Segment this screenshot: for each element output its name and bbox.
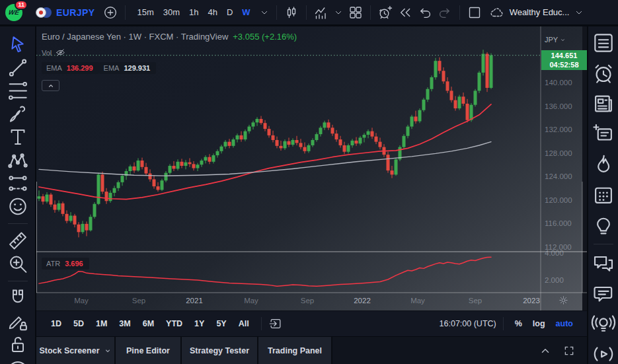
news-panel-button[interactable] [591,89,616,119]
range-button-5Y[interactable]: 5Y [211,316,231,331]
toolbar-divider [8,281,28,281]
ema-legend-row[interactable]: EMA136.299 [42,62,99,74]
drawing-lock-tool[interactable] [6,310,30,333]
range-button-1D[interactable]: 1D [46,316,67,331]
current-price-label: 144.651 04:52:58 [541,50,587,70]
range-button-6M[interactable]: 6M [137,316,159,331]
compare-add-icon[interactable] [102,5,118,20]
save-layout-icon[interactable] [467,5,483,20]
right-sidebar [587,26,618,364]
interval-button-4h[interactable]: 4h [203,5,221,20]
ema-value: 129.931 [124,64,150,72]
toolbar-divider [8,223,28,224]
tab-stock-screener[interactable]: Stock Screener [36,337,116,364]
indicators-icon[interactable] [313,5,329,20]
alerts-panel-button[interactable] [591,58,616,89]
bar-replay-icon[interactable] [397,5,413,20]
range-button-3M[interactable]: 3M [114,316,135,331]
user-avatar[interactable]: WE 11 [5,4,22,21]
interval-button-D[interactable]: D [222,5,237,20]
svg-text:136.000: 136.000 [545,102,572,110]
svg-text:May: May [244,297,258,305]
currency-pair-icon [36,7,52,18]
range-button-All[interactable]: All [233,316,254,331]
trend-line-tool[interactable] [6,56,30,79]
cloud-icon [489,5,505,20]
emoji-tool[interactable] [6,195,30,218]
account-menu[interactable]: Wealthy Educ... [486,2,588,23]
calendar-panel-button[interactable] [591,180,616,210]
collapse-indicators-button[interactable] [42,80,59,91]
zoom-in-tool[interactable] [6,252,30,275]
private-chats-panel-button[interactable] [591,278,616,309]
forecast-tool[interactable] [6,172,30,195]
ema-legend-row[interactable]: EMA129.931 [99,62,157,74]
panel-chevron-up-icon[interactable] [539,345,551,357]
interval-chevron-down-icon[interactable] [259,7,270,18]
live-panel-button[interactable] [591,339,616,364]
ruler-tool[interactable] [6,229,30,252]
eye-tool[interactable] [6,356,30,364]
chevron-down-icon [560,37,566,43]
current-price: 144.651 [551,51,578,60]
auto-scale-button[interactable]: auto [551,316,578,331]
undo-icon[interactable] [417,5,433,20]
layout-grid-icon[interactable] [348,5,364,20]
range-button-YTD[interactable]: YTD [161,316,188,331]
account-chevron-down-icon [574,7,584,18]
account-name: Wealthy Educ... [510,7,570,17]
range-button-5D[interactable]: 5D [68,316,89,331]
svg-text:132.000: 132.000 [545,126,572,133]
symbol-search-button[interactable]: EURJPY [32,5,98,20]
chevron-up-icon [47,82,55,90]
tab-pine-editor[interactable]: Pine Editor [116,337,182,364]
chart-area[interactable]: 140.000136.000132.000128.000124.000120.0… [36,26,587,310]
svg-text:2.000: 2.000 [545,276,564,284]
drawing-toolbar [0,26,36,364]
chart-style-candles-icon[interactable] [284,5,299,20]
eye-slash-icon[interactable] [56,48,65,57]
bottom-toolbar: 1D5D1M3M6MYTD1Y5YAll 16:07:00 (UTC) % lo… [36,310,587,336]
time-axis-settings-gear-icon[interactable] [558,295,569,306]
watchlist-panel-button[interactable] [591,28,616,58]
svg-text:128.000: 128.000 [545,149,572,157]
xabcd-pattern-tool[interactable] [6,149,30,172]
redo-icon[interactable] [437,5,453,20]
ideas-panel-button[interactable] [591,210,616,240]
public-chats-panel-button[interactable] [591,248,616,278]
magnet-tool[interactable] [6,287,30,310]
session-clock[interactable]: 16:07:00 (UTC) [440,319,496,328]
cursor-tool[interactable] [6,33,30,56]
price-change: +3.055 (+2.16%) [233,32,297,42]
ema-label: EMA [46,64,62,72]
price-axis-currency[interactable]: JPY [545,36,566,44]
text-tool[interactable] [6,126,30,149]
create-alert-icon[interactable] [377,5,393,20]
chart-column: 140.000136.000132.000128.000124.000120.0… [36,26,587,364]
atr-legend[interactable]: ATR 3.696 [42,257,89,270]
range-button-1Y[interactable]: 1Y [189,316,210,331]
range-button-1M[interactable]: 1M [91,316,112,331]
interval-button-15m[interactable]: 15m [132,5,158,20]
percent-scale-button[interactable]: % [510,316,527,331]
symbol-description[interactable]: Euro / Japanese Yen · 1W · FXCM · Tradin… [42,32,297,42]
svg-text:120.000: 120.000 [545,196,572,204]
goto-date-icon[interactable] [268,316,283,331]
indicators-chevron-down-icon[interactable] [333,7,344,18]
interval-button-W[interactable]: W [237,5,254,20]
volume-legend-row[interactable]: Vol [42,48,297,57]
panel-expand-icon[interactable] [563,345,575,357]
log-scale-button[interactable]: log [528,316,550,331]
sidebar-divider [594,244,613,244]
interval-button-1h[interactable]: 1h [184,5,203,20]
hotlists-panel-button[interactable] [591,149,616,180]
lock-tool[interactable] [6,333,30,356]
interval-button-30m[interactable]: 30m [159,5,184,20]
tab-trading-panel[interactable]: Trading Panel [258,337,332,364]
brush-tool[interactable] [6,102,30,126]
streams-panel-button[interactable] [591,309,616,339]
fib-retracement-tool[interactable] [6,79,30,102]
tab-strategy-tester[interactable]: Strategy Tester [182,337,258,364]
notes-panel-button[interactable] [591,119,616,149]
symbol-name: EURJPY [56,7,95,18]
